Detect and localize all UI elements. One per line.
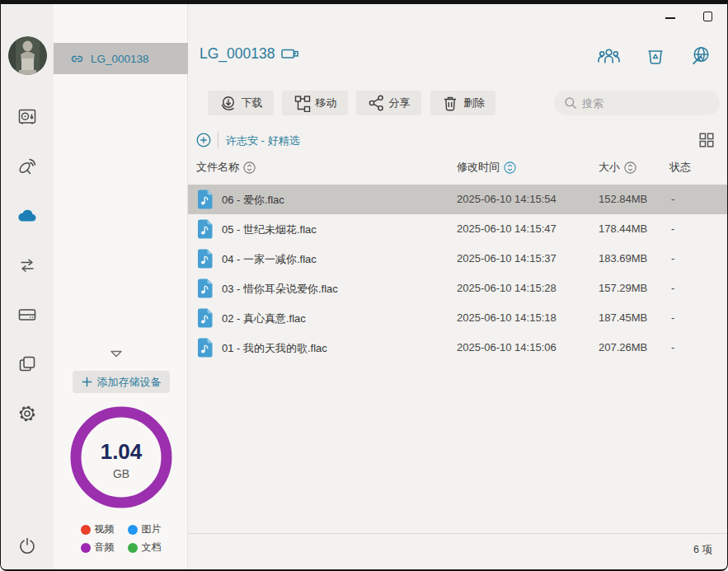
sort-icon[interactable] — [243, 161, 256, 174]
file-status: - — [671, 341, 674, 353]
maximize-button[interactable] — [703, 12, 712, 21]
column-label: 大小 — [599, 160, 620, 175]
globe-share-icon[interactable] — [690, 45, 711, 66]
header-actions — [597, 45, 711, 66]
storage-donut-chart: 1.04 GB — [67, 403, 176, 512]
usb-drive-icon — [281, 48, 300, 60]
storage-legend-row2: 音频 文档 — [54, 541, 188, 555]
column-label: 修改时间 — [457, 160, 500, 175]
move-icon — [294, 94, 312, 112]
file-status: - — [671, 252, 674, 264]
storage-drive-icon[interactable] — [16, 304, 38, 325]
breadcrumb-row: 许志安 - 好精选 — [188, 126, 727, 154]
column-label: 文件名称 — [196, 160, 239, 175]
screen-mirror-icon[interactable] — [16, 353, 38, 375]
legend-dot — [81, 525, 91, 535]
file-size: 183.69MB — [599, 252, 647, 264]
device-item[interactable]: LG_000138 — [54, 43, 188, 74]
legend-label: 文档 — [142, 541, 162, 555]
status-bar: 6 项 — [188, 533, 727, 569]
main-area: LG_000138 — [188, 4, 727, 569]
storage-total-value: 1.04 — [67, 439, 176, 465]
legend-video: 视频 — [81, 522, 115, 536]
legend-document: 文档 — [128, 541, 162, 555]
power-icon[interactable] — [16, 535, 38, 556]
move-label: 移动 — [316, 96, 337, 110]
column-label: 状态 — [669, 160, 691, 175]
file-modified: 2025-06-10 14:15:37 — [457, 252, 557, 264]
minimize-button[interactable] — [665, 17, 675, 19]
file-modified: 2025-06-10 14:15:54 — [457, 193, 557, 205]
download-button[interactable]: 下载 — [208, 91, 274, 115]
column-header-name[interactable]: 文件名称 — [196, 160, 256, 175]
search-icon — [564, 96, 577, 110]
plus-icon — [82, 377, 92, 387]
page-title-text: LG_000138 — [200, 45, 275, 63]
column-header-size[interactable]: 大小 — [599, 160, 636, 175]
table-row[interactable]: 01 - 我的天我的歌.flac 2025-06-10 14:15:06 207… — [188, 333, 727, 363]
music-file-icon — [196, 248, 214, 269]
delete-label: 删除 — [463, 96, 485, 110]
table-row[interactable]: 02 - 真心真意.flac 2025-06-10 14:15:18 187.4… — [188, 303, 727, 333]
search-input[interactable] — [582, 97, 706, 110]
file-status: - — [671, 282, 674, 294]
link-icon — [70, 52, 84, 66]
safe-icon[interactable] — [16, 106, 38, 128]
trash-icon — [441, 94, 459, 112]
table-row[interactable]: 03 - 惜你耳朵说爱你.flac 2025-06-10 14:15:28 15… — [188, 274, 727, 303]
breadcrumb[interactable]: 许志安 - 好精选 — [226, 133, 300, 148]
music-file-icon — [196, 337, 214, 358]
file-modified: 2025-06-10 14:15:06 — [457, 341, 557, 353]
legend-label: 音频 — [95, 541, 115, 555]
add-storage-button[interactable]: 添加存储设备 — [73, 371, 170, 393]
file-size: 178.44MB — [599, 222, 647, 235]
file-name: 01 - 我的天我的歌.flac — [222, 341, 327, 356]
file-name: 02 - 真心真意.flac — [222, 311, 306, 326]
table-row[interactable]: 04 - 一家一减你.flac 2025-06-10 14:15:37 183.… — [188, 244, 727, 274]
group-users-icon[interactable] — [597, 46, 621, 66]
table-row[interactable]: 05 - 世纪未烟花.flac 2025-06-10 14:15:47 178.… — [188, 214, 727, 244]
download-icon — [219, 95, 237, 111]
file-size: 207.26MB — [599, 341, 647, 353]
avatar[interactable] — [8, 36, 47, 75]
legend-audio: 音频 — [81, 541, 115, 555]
file-modified: 2025-06-10 14:15:28 — [457, 282, 557, 294]
music-file-icon — [196, 307, 214, 329]
add-storage-label: 添加存储设备 — [97, 375, 162, 390]
storage-legend-row1: 视频 图片 — [54, 522, 188, 536]
legend-dot — [81, 543, 91, 553]
table-header: 文件名称 修改时间 大小 状态 — [188, 160, 727, 184]
settings-gear-icon[interactable] — [16, 403, 38, 424]
delete-button[interactable]: 删除 — [430, 91, 496, 115]
transfer-icon[interactable] — [16, 255, 38, 276]
file-name: 03 - 惜你耳朵说爱你.flac — [222, 282, 338, 297]
sort-icon[interactable] — [624, 161, 636, 174]
file-modified: 2025-06-10 14:15:18 — [457, 311, 557, 324]
sort-icon-active[interactable] — [504, 161, 516, 174]
file-status: - — [671, 193, 674, 205]
recycle-bin-icon[interactable] — [646, 46, 665, 66]
cloud-storage-icon[interactable] — [16, 205, 38, 227]
grid-view-icon[interactable] — [699, 133, 714, 147]
file-status: - — [671, 311, 674, 324]
move-button[interactable]: 移动 — [282, 91, 348, 115]
collapse-chevron-icon[interactable] — [110, 350, 123, 358]
legend-dot — [128, 525, 138, 535]
column-header-modified[interactable]: 修改时间 — [457, 160, 516, 175]
legend-dot — [128, 543, 138, 553]
share-button[interactable]: 分享 — [356, 91, 421, 115]
download-label: 下载 — [242, 96, 263, 110]
satellite-icon[interactable] — [16, 156, 38, 177]
file-list: 06 - 爱你.flac 2025-06-10 14:15:54 152.84M… — [188, 185, 727, 363]
device-name: LG_000138 — [91, 53, 149, 65]
divider — [218, 132, 218, 148]
table-row[interactable]: 06 - 爱你.flac 2025-06-10 14:15:54 152.84M… — [188, 185, 727, 214]
file-name: 06 - 爱你.flac — [222, 193, 284, 208]
music-file-icon — [196, 278, 214, 299]
storage-total-unit: GB — [67, 467, 176, 480]
add-circle-icon[interactable] — [196, 133, 211, 147]
music-file-icon — [196, 218, 214, 240]
share-icon — [368, 94, 385, 112]
file-size: 152.84MB — [599, 193, 647, 205]
app-window: LG_000138 添加存储设备 1.04 GB 视频 图片 音频 文档 — [1, 4, 727, 569]
